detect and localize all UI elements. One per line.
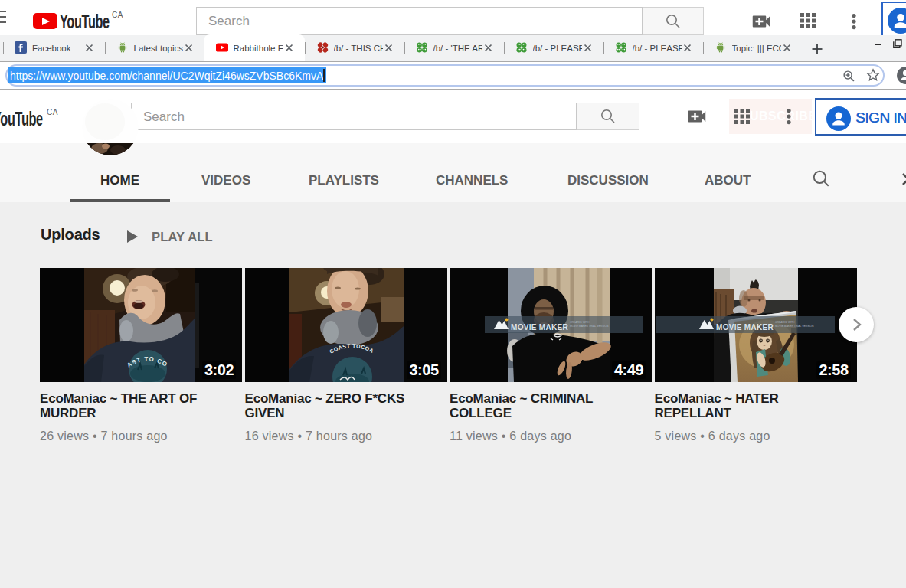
svg-text:MOVIE MAKER TRIAL VERSION: MOVIE MAKER TRIAL VERSION (570, 325, 609, 328)
svg-text:CREATED WITH: CREATED WITH (775, 321, 795, 324)
svg-text:MOVIE MAKER TRIAL VERSION: MOVIE MAKER TRIAL VERSION (775, 325, 814, 328)
svg-text:MOVIE MAKER: MOVIE MAKER (716, 323, 774, 332)
svg-text:MOVIE MAKER: MOVIE MAKER (511, 323, 568, 332)
svg-text:CREATED WITH: CREATED WITH (570, 321, 590, 324)
